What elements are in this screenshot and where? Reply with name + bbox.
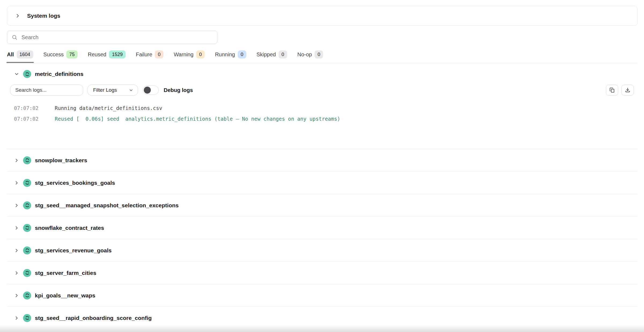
tab-count-badge: 0: [314, 50, 323, 58]
log-output: 07:07:02 Running data/metric_definitions…: [10, 103, 638, 124]
log-text: Reused [ 0.06s] seed analytics.metric_de…: [55, 113, 340, 124]
reused-status-icon: [23, 269, 31, 277]
model-row-snowplow-trackers[interactable]: snowplow_trackers: [7, 149, 638, 172]
log-actions: [606, 85, 634, 95]
model-name: kpi_goals__new_waps: [35, 292, 95, 299]
model-list: snowplow_trackers stg_services_bookings_…: [7, 149, 638, 329]
tab-count-badge: 0: [238, 50, 246, 58]
log-time: 07:07:02: [14, 103, 43, 113]
system-logs-title: System logs: [27, 13, 60, 19]
chevron-right-icon[interactable]: [14, 293, 19, 298]
chevron-right-icon[interactable]: [14, 248, 19, 253]
model-row-stg-seed-rapid-onboarding-score-config[interactable]: stg_seed__rapid_onboarding_score_config: [7, 307, 638, 329]
model-row-stg-server-farm-cities[interactable]: stg_server_farm_cities: [7, 262, 638, 284]
reused-status-icon: [23, 70, 31, 78]
tab-running[interactable]: Running 0: [215, 50, 246, 63]
model-name: stg_server_farm_cities: [35, 270, 96, 276]
tab-all[interactable]: All 1604: [7, 50, 33, 63]
download-logs-button[interactable]: [621, 85, 634, 95]
model-name: stg_seed__rapid_onboarding_score_config: [35, 315, 152, 321]
status-tabs: All 1604 Success 75 Reused 1529 Failure …: [7, 50, 638, 63]
tab-no-op[interactable]: No-op 0: [297, 50, 323, 63]
reused-status-icon: [23, 156, 31, 164]
log-search-input[interactable]: [10, 84, 83, 96]
tab-skipped[interactable]: Skipped 0: [257, 50, 287, 63]
log-line: 07:07:02 Running data/metric_definitions…: [10, 103, 638, 113]
log-line: 07:07:02 Reused [ 0.06s] seed analytics.…: [10, 113, 638, 124]
debug-logs-toggle[interactable]: [143, 86, 159, 95]
expanded-model-section: metric_definitions Filter Logs Debug log…: [7, 63, 638, 149]
tab-count-badge: 1604: [17, 50, 33, 58]
chevron-right-icon[interactable]: [14, 180, 19, 186]
tab-success[interactable]: Success 75: [43, 50, 78, 63]
debug-logs-label: Debug logs: [164, 87, 193, 93]
model-row-kpi-goals-new-waps[interactable]: kpi_goals__new_waps: [7, 284, 638, 307]
log-text: Running data/metric_definitions.csv: [55, 103, 162, 113]
reused-status-icon: [23, 179, 31, 187]
model-name: stg_seed__managed_snapshot_selection_exc…: [35, 202, 179, 209]
chevron-right-icon[interactable]: [14, 225, 19, 231]
global-search: [7, 31, 217, 44]
model-name: stg_services_bookings_goals: [35, 180, 115, 186]
chevron-right-icon[interactable]: [14, 315, 19, 321]
tab-count-badge: 75: [66, 50, 78, 58]
model-name: snowplow_trackers: [35, 157, 87, 164]
model-name: stg_services_revenue_goals: [35, 247, 112, 254]
model-row-stg-services-revenue-goals[interactable]: stg_services_revenue_goals: [7, 239, 638, 262]
model-row-stg-services-bookings-goals[interactable]: stg_services_bookings_goals: [7, 172, 638, 194]
search-input[interactable]: [21, 34, 213, 40]
model-row-metric-definitions[interactable]: metric_definitions: [7, 63, 638, 83]
copy-icon: [609, 87, 615, 93]
search-icon: [12, 34, 18, 40]
tab-reused[interactable]: Reused 1529: [88, 50, 126, 63]
model-row-snowflake-contract-rates[interactable]: snowflake_contract_rates: [7, 217, 638, 239]
tab-count-badge: 0: [279, 50, 287, 58]
model-name: snowflake_contract_rates: [35, 225, 104, 231]
reused-status-icon: [23, 292, 31, 300]
log-time: 07:07:02: [14, 113, 43, 124]
chevron-right-icon[interactable]: [14, 158, 19, 163]
reused-status-icon: [23, 314, 31, 322]
chevron-down-icon[interactable]: [14, 71, 19, 77]
download-icon: [625, 87, 631, 93]
run-logs-page: System logs All 1604 Success 75 Reused 1…: [0, 0, 644, 329]
tab-warning[interactable]: Warning 0: [174, 50, 205, 63]
model-row-stg-seed-managed-snapshot-selection-exceptions[interactable]: stg_seed__managed_snapshot_selection_exc…: [7, 194, 638, 217]
tab-failure[interactable]: Failure 0: [136, 50, 163, 63]
filter-logs-select[interactable]: Filter Logs: [87, 84, 138, 96]
tab-count-badge: 1529: [109, 50, 126, 58]
reused-status-icon: [23, 201, 31, 209]
chevron-right-icon[interactable]: [14, 203, 19, 208]
model-name: metric_definitions: [35, 71, 83, 77]
chevron-right-icon[interactable]: [15, 13, 21, 19]
toggle-knob: [144, 87, 151, 94]
tab-count-badge: 0: [155, 50, 163, 58]
chevron-down-icon: [129, 88, 133, 93]
reused-status-icon: [23, 224, 31, 232]
copy-logs-button[interactable]: [606, 85, 618, 95]
reused-status-icon: [23, 246, 31, 254]
system-logs-row[interactable]: System logs: [7, 6, 638, 26]
log-toolbar: Filter Logs Debug logs: [10, 84, 634, 96]
tab-count-badge: 0: [196, 50, 205, 58]
chevron-right-icon[interactable]: [14, 270, 19, 276]
